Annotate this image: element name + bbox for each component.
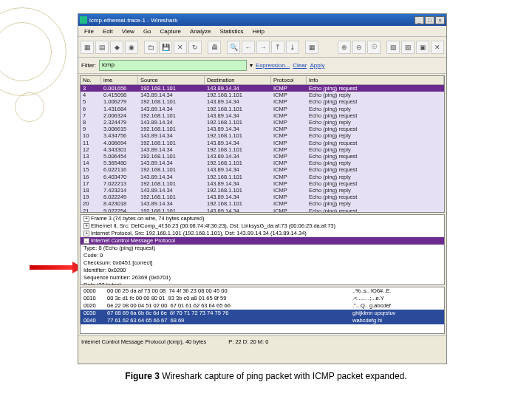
toolbar-button[interactable]: ◆ xyxy=(110,41,123,54)
window-title: icmp-ethereal-trace-1 - Wireshark xyxy=(89,17,415,24)
hex-row[interactable]: 001000 3c d1 fc 00 00 80 01 93 3b c0 a8 … xyxy=(81,295,444,302)
detail-row[interactable]: Sequence number: 26369 (0x6701) xyxy=(81,274,444,282)
column-header[interactable]: Protocol xyxy=(271,76,307,84)
table-row[interactable]: 135.006454192.168.1.101143.89.14.34ICMPE… xyxy=(81,153,444,160)
toolbar-zoomin-icon[interactable]: ⊕ xyxy=(338,41,351,54)
table-row[interactable]: 51.006279192.168.1.101143.89.14.34ICMPEc… xyxy=(81,98,444,105)
toolbar-button[interactable]: ▣ xyxy=(416,41,429,54)
column-header[interactable]: Source xyxy=(138,76,205,84)
table-row[interactable]: 198.022249192.168.1.101143.89.14.34ICMPE… xyxy=(81,194,444,200)
detail-row[interactable]: Type: 8 (Echo (ping) request) xyxy=(81,245,444,252)
table-row[interactable]: 93.006615192.168.1.101143.89.14.34ICMPEc… xyxy=(81,126,444,132)
toolbar: ▦ ▤ ◆ ◉ 🗀 💾 ✕ ↻ 🖶 🔍 ← → ⤒ ⤓ ▦ ⊕ ⊖ ⦾ ▧ ▨ … xyxy=(78,37,446,58)
menu-statistics[interactable]: Statistics xyxy=(216,27,248,35)
close-button[interactable]: × xyxy=(435,16,445,24)
table-row[interactable]: 219.022254192.168.1.101143.89.14.34ICMPE… xyxy=(81,208,444,213)
table-row[interactable]: 145.365480143.89.14.34192.168.1.101ICMPE… xyxy=(81,160,444,166)
caption-label: Figure 3 xyxy=(125,371,160,381)
table-row[interactable]: 124.343301143.89.14.34192.168.1.101ICMPE… xyxy=(81,146,444,153)
callout-arrow xyxy=(30,265,74,270)
packet-bytes-pane[interactable]: 000000 06 25 da af 73 00 08 74 4f 36 23 … xyxy=(80,287,445,334)
detail-row[interactable]: +Ethernet II, Src: DellComp_4f:36:23 (00… xyxy=(81,222,444,230)
toolbar-print-icon[interactable]: 🖶 xyxy=(208,41,221,54)
statusbar: Internet Control Message Protocol (icmp)… xyxy=(78,335,446,347)
toolbar-button[interactable]: ◉ xyxy=(125,41,138,54)
expression-link[interactable]: Expression... xyxy=(256,62,290,69)
toolbar-goto-icon[interactable]: ⤒ xyxy=(271,41,284,54)
column-header[interactable]: ime xyxy=(101,76,138,84)
toolbar-button[interactable]: ⤓ xyxy=(286,41,299,54)
toolbar-button[interactable]: ▦ xyxy=(81,41,94,54)
table-row[interactable]: 30.001656192.168.1.101143.89.14.34ICMPEc… xyxy=(81,85,444,92)
table-row[interactable]: 156.022116192.168.1.101143.89.14.34ICMPE… xyxy=(81,166,444,173)
apply-link[interactable]: Apply xyxy=(310,62,324,69)
menu-go[interactable]: Go xyxy=(140,27,155,35)
app-icon xyxy=(80,16,87,24)
filter-input[interactable]: icmp xyxy=(99,60,247,71)
detail-row[interactable]: -Internet Control Message Protocol xyxy=(81,237,444,245)
filter-label: Filter: xyxy=(81,62,96,69)
toolbar-save-icon[interactable]: 💾 xyxy=(159,41,172,54)
tree-toggle-icon[interactable]: - xyxy=(83,238,89,244)
table-row[interactable]: 166.403470143.89.14.34192.168.1.101ICMPE… xyxy=(81,174,444,180)
menubar: FileEditViewGoCaptureAnalyzeStatisticsHe… xyxy=(78,26,446,37)
table-row[interactable]: 103.434756143.89.14.34192.168.1.101ICMPE… xyxy=(81,132,444,139)
toolbar-button[interactable]: ✕ xyxy=(431,41,444,54)
titlebar[interactable]: icmp-ethereal-trace-1 - Wireshark _ □ × xyxy=(78,14,446,26)
table-row[interactable]: 72.006324192.168.1.101143.89.14.34ICMPEc… xyxy=(81,112,444,119)
menu-capture[interactable]: Capture xyxy=(157,27,185,35)
toolbar-button[interactable]: ▧ xyxy=(386,41,400,54)
packet-list-pane[interactable]: No.imeSourceDestinationProtocolInfo 30.0… xyxy=(80,75,445,213)
table-row[interactable]: 61.431684143.89.14.34192.168.1.101ICMPEc… xyxy=(81,106,444,112)
menu-analyze[interactable]: Analyze xyxy=(186,27,214,35)
menu-edit[interactable]: Edit xyxy=(99,27,117,35)
table-row[interactable]: 40.415098143.89.14.34192.168.1.101ICMPEc… xyxy=(81,92,444,98)
menu-help[interactable]: Help xyxy=(249,27,268,35)
column-header[interactable]: No. xyxy=(81,76,101,84)
minimize-button[interactable]: _ xyxy=(415,16,424,24)
toolbar-button[interactable]: ▦ xyxy=(305,41,318,54)
menu-view[interactable]: View xyxy=(118,27,138,35)
hex-row[interactable]: 00200e 22 08 00 04 51 02 00 67 01 61 62 … xyxy=(81,302,444,310)
tree-toggle-icon[interactable]: + xyxy=(83,216,89,222)
detail-row[interactable]: Identifier: 0x0200 xyxy=(81,267,444,274)
toolbar-reload-icon[interactable]: ↻ xyxy=(188,41,202,54)
toolbar-zoomout-icon[interactable]: ⊖ xyxy=(352,41,366,54)
status-left: Internet Control Message Protocol (icmp)… xyxy=(81,338,206,345)
packet-details-pane[interactable]: +Frame 3 (74 bytes on wire, 74 bytes cap… xyxy=(80,214,445,285)
tree-toggle-icon[interactable]: + xyxy=(83,223,89,229)
table-row[interactable]: 114.006694192.168.1.101143.89.14.34ICMPE… xyxy=(81,140,444,146)
packet-list-header: No.imeSourceDestinationProtocolInfo xyxy=(81,76,444,85)
table-row[interactable]: 177.022213192.168.1.101143.89.14.34ICMPE… xyxy=(81,180,444,187)
table-row[interactable]: 187.423214143.89.14.34192.168.1.101ICMPE… xyxy=(81,187,444,194)
hex-row[interactable]: 004077 61 62 63 64 65 66 67 68 69wabcdef… xyxy=(81,317,444,324)
toolbar-find-icon[interactable]: 🔍 xyxy=(227,41,240,54)
detail-row[interactable]: Data (32 bytes) xyxy=(81,282,444,285)
toolbar-button[interactable]: ▤ xyxy=(95,41,109,54)
toolbar-fwd-icon[interactable]: → xyxy=(256,41,270,54)
figure-caption: Figure 3 Wireshark capture of ping packe… xyxy=(0,371,532,382)
status-right: P: 22 D: 20 M: 0 xyxy=(228,338,268,345)
menu-file[interactable]: File xyxy=(81,27,98,35)
table-row[interactable]: 208.423018143.89.14.34192.168.1.101ICMPE… xyxy=(81,200,444,207)
detail-row[interactable]: Code: 0 xyxy=(81,252,444,259)
toolbar-button[interactable]: ✕ xyxy=(174,41,187,54)
toolbar-zoom100-icon[interactable]: ⦾ xyxy=(367,41,381,54)
hex-row[interactable]: 003067 68 69 6a 6b 6c 6d 6e 6f 70 71 72 … xyxy=(81,310,444,317)
hex-row[interactable]: 000000 06 25 da af 73 00 08 74 4f 36 23 … xyxy=(81,287,444,295)
toolbar-button[interactable]: ▨ xyxy=(401,41,415,54)
wireshark-window: icmp-ethereal-trace-1 - Wireshark _ □ × … xyxy=(78,13,447,364)
table-row[interactable]: 82.324479143.89.14.34192.168.1.101ICMPEc… xyxy=(81,119,444,126)
toolbar-open-icon[interactable]: 🗀 xyxy=(144,41,157,54)
caption-text: Wireshark capture of ping packet with IC… xyxy=(160,371,407,381)
clear-link[interactable]: Clear xyxy=(293,62,307,69)
column-header[interactable]: Info xyxy=(307,76,444,84)
column-header[interactable]: Destination xyxy=(205,76,271,84)
detail-row[interactable]: +Internet Protocol, Src: 192.168.1.101 (… xyxy=(81,230,444,237)
tree-toggle-icon[interactable]: + xyxy=(83,231,89,236)
detail-row[interactable]: Checksum: 0x0451 [correct] xyxy=(81,259,444,267)
filter-dropdown-icon[interactable]: ▾ xyxy=(250,62,253,69)
toolbar-back-icon[interactable]: ← xyxy=(242,41,255,54)
maximize-button[interactable]: □ xyxy=(425,16,434,24)
detail-row[interactable]: +Frame 3 (74 bytes on wire, 74 bytes cap… xyxy=(81,215,444,222)
